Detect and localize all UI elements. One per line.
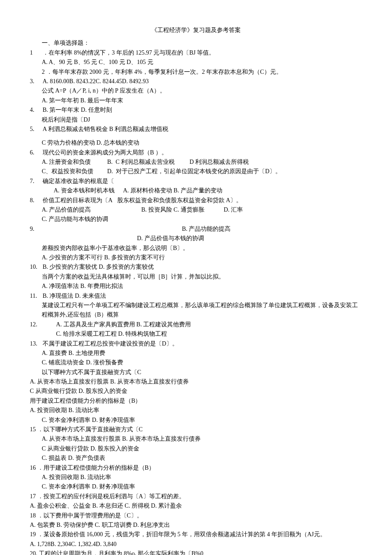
- q4-text: 税后利润是指〔DJ: [30, 115, 362, 125]
- q4-row1: 4.B. 第一年年末 D. 任意时刻: [30, 105, 362, 115]
- q5-opts1: C 劳动力价格的变动 D. 总本钱的变动: [30, 138, 362, 148]
- q16-num: 16: [30, 465, 36, 471]
- q3-text: 公式 A=P（A／P, i, n）中的 P 应发生在（A）。: [30, 86, 362, 96]
- q10-row1: 10.B. 少投资的方案较优 D. 多投资的方案较优: [30, 262, 362, 272]
- q6-l1c: C 利润总额减去营业税: [115, 157, 188, 167]
- q9-l1b-row: D. 产品价值与本钱的协调: [30, 234, 362, 243]
- q17-text: ．投资工程的应付利润是税后利泗与〔A〕等工程的差。: [37, 493, 185, 500]
- p14b: C 从商业银行贷款 D. 股东投入的资金: [30, 386, 362, 396]
- doc-title: 《工程经济学》复习题及参考答案: [30, 26, 362, 35]
- q7-num: 7.: [30, 177, 43, 186]
- q12-l2-row: C. 给排水采暖工程工程 D. 特殊构筑物工程: [30, 329, 362, 339]
- q2: 2 ．每半年末存款 2000 元，年利率 4%，每季复利计息一次。2 年末存款本…: [30, 67, 362, 77]
- p14e: C. 资本金净利泗率 D. 财务净现值率: [30, 416, 362, 425]
- q11-num: 11.: [30, 291, 43, 301]
- q13-l1: A. 直接费 B. 土地使用费: [30, 349, 362, 358]
- q18-text: ．以下费用中属于管理费用的是〔C〕。: [37, 512, 143, 519]
- q15-l2: C 从商业银行贷款 D. 股东投入的资金: [30, 444, 362, 453]
- q18: 18 ．以下费用中属于管理费用的是〔C〕。: [30, 511, 362, 520]
- p14c: 用于建设工程偿债能力分析的指标是（B）: [30, 396, 362, 406]
- q17-num: 17: [30, 493, 36, 500]
- q7-l1: A. 资金本钱和时机本钱 A. 原材料价格变动 B. 产品产量的变动: [30, 186, 362, 195]
- q9-l1b: D. 产品价值与本钱的协调: [137, 235, 204, 241]
- q6-l1b: B.: [107, 159, 113, 165]
- q7-l1a: A. 资金本钱和时机本钱: [54, 186, 122, 195]
- q5-num: 5.: [30, 125, 43, 134]
- q15-num: 15: [30, 426, 36, 433]
- section-1-heading: 一、单项选择题：: [30, 38, 362, 48]
- p14a: A. 从资本市场上直接发行股票 B. 从资本市场上直接发行债券: [30, 377, 362, 386]
- q6-num: 6.: [30, 148, 43, 157]
- q11-opts4: B. 净现值法 D. 未来值法: [43, 293, 106, 299]
- q10-num: 10.: [30, 262, 43, 272]
- q6-l2: C、权益投资和负债 D. 对于已投产工程，引起单位固定本钱变化的原因是由于〔D〕…: [30, 167, 362, 176]
- q7-row1: 7.确定基准收益率的根底是〔: [30, 177, 362, 186]
- q17-l1: A. 盈余公积金、公益金 B. 本息归还 C. 所得税 D. 累计盈余: [30, 501, 362, 511]
- q3-opts1: A. 第一年年初 B. 最后一年年末: [30, 96, 362, 105]
- q6-l2a: C、权益投资和负债: [42, 167, 106, 176]
- q16: 16 ．用于建设工程偿债能力分析的指标是（B）: [30, 463, 362, 473]
- q2-opts: A. 8160.00B. 8243.22C. 8244.45D. 8492.93: [43, 78, 149, 84]
- q2-num: 2: [42, 69, 45, 75]
- q11-text: 某建设工程只有一个单项工程不编制建设工程总概算，那么该单项工程的综合概算除了单位…: [30, 301, 362, 320]
- q6-l1d: D 利润总额减去所得税: [190, 159, 249, 165]
- q7-l1b: A. 原材料价格变动 B. 产品产量的变动: [123, 187, 222, 194]
- q8-text-pre: 价值工程的目标表现为〔A: [43, 197, 112, 203]
- q1: 1．在年利率 8%的情况下，3 年后的 125.97 元与现在的〔BJ 等值。: [30, 48, 362, 58]
- q19-num: 19: [30, 531, 36, 538]
- q3-opts2: B. 第一年年末 D. 任意时刻: [43, 107, 112, 113]
- q12-num: 12.: [30, 320, 43, 329]
- q6-text: 现代公司的资金来源构成分为两大局部（B ）。: [43, 149, 167, 156]
- q12-row1: 12. A. 工器具及生产家具购置费用 B. 工程建设其他费用: [30, 320, 362, 329]
- q4-opts1: A 利泗总额减去销售税金 B 利泗总额减去增值税: [43, 126, 168, 132]
- q11-row1: 11.B. 净现值法 D. 未来值法: [30, 291, 362, 301]
- q6-l1: A. 注册资金和负债 B. C 利润总额减去营业税 D 利润总额减去所得税: [30, 157, 362, 167]
- q19-l1: A. 1,728B. 2,304C. 1,382.4D. 3,840: [30, 540, 362, 549]
- q17: 17 ．投资工程的应付利润是税后利泗与〔A〕等工程的差。: [30, 492, 362, 501]
- q15-l3: C. 损益表 D. 资产负债表: [30, 453, 362, 463]
- q1-num: 1: [30, 48, 43, 58]
- q8-l1a: A. 产品价值的提高: [42, 205, 140, 215]
- q13-row1: 13.不属于建设工程工程总投资中建设投资的是〔D〕。: [30, 339, 362, 349]
- q10-opts3: A. 净现值率法 B. 年费用比拟法: [30, 282, 362, 291]
- q1-text: ．在年利率 8%的情况下，3 年后的 125.97 元与现在的〔BJ 等值。: [43, 49, 215, 56]
- q16-text: ．用于建设工程偿债能力分析的指标是（B）: [37, 465, 155, 471]
- q9-num: 9.: [30, 224, 43, 234]
- q8-l2: C. 产品功能与本钱的协调: [30, 215, 362, 224]
- q9-text: 差额投资内部收益率小于基准收益率，那么说明〔B〕。: [30, 244, 362, 253]
- q12-l1: A. 工器具及生产家具购置费用 B. 工程建设其他费用: [44, 321, 191, 328]
- q13-num: 13.: [30, 339, 43, 349]
- q10-text: 当两个方案的收益无法具体核算时，可以用［B］计算，并加以比拟。: [30, 272, 362, 282]
- q15: 15 ．以下哪种方式不属于直接融资方式〔C: [30, 425, 362, 434]
- q18-l1: A. 包装费 B. 劳动保护费 C. 职工培训费 D. 利息净支出: [30, 520, 362, 530]
- q8-l3b: B. 产品功能的提高: [182, 226, 231, 232]
- q6-l2b: D.: [107, 168, 113, 174]
- q2-text: ．每半年末存款 2000 元，年利率 4%，每季复利计息一次。2 年末存款本息和…: [46, 69, 282, 75]
- q6-l1a: A. 注册资金和负债: [42, 157, 106, 167]
- q10-opts2: B. 少投资的方案较优 D. 多投资的方案较优: [43, 264, 154, 270]
- q3-row1: 3.A. 8160.00B. 8243.22C. 8244.45D. 8492.…: [30, 77, 362, 86]
- q8-l1c: D. 汇率: [224, 206, 243, 213]
- q1-opts: A. A、90 元 B、95 元 C、100 元 D、105 元: [30, 58, 362, 67]
- q5-row1: 5.A 利泗总额减去销售税金 B 利泗总额减去增值税: [30, 125, 362, 134]
- q8-num: 8.: [30, 196, 43, 205]
- q20-text: 20. 工程的计息周期为月，月利率为 8%o, 那么年实际利率为〔B%0: [30, 549, 362, 555]
- p14d: A. 投资回收期 B. 流动比率: [30, 406, 362, 415]
- q7-text: 确定基准收益率的根底是〔: [43, 178, 114, 184]
- q4-num: 4.: [30, 105, 43, 115]
- q19: 19 ．某设备原始价值 16,000 元，残值为零，折旧年限为 5 年，用双倍余…: [30, 530, 362, 539]
- q15-text: ．以下哪种方式不属于直接融资方式〔C: [37, 426, 143, 433]
- q6-row1: 6.现代公司的资金来源构成分为两大局部（B ）。: [30, 148, 362, 157]
- q13-l2: C. 铺底流动资金 D. 涨价预备费: [30, 358, 362, 367]
- q13-l3: 以下哪种方式不属于直接融资方式〔C: [30, 368, 362, 377]
- q7-l2: 股东权益资金和负债股东权益资金和贷款 A〕。: [114, 197, 242, 203]
- q9-row1: 9. B. 产品功能的提高: [30, 224, 362, 234]
- q16-l2: C. 资本金净利泗率 D. 财务净现值率: [30, 482, 362, 491]
- q3-num: 3.: [30, 77, 43, 86]
- q9-opts1: A. 少投资的方案不可行 B. 多投资的方案不可行: [30, 253, 362, 262]
- q15-l1: A. 从资本市场上直接发行股票 B. 从资本市场上直接发行债券: [30, 434, 362, 444]
- q8-row1: 8.价值工程的目标表现为〔A 股东权益资金和负债股东权益资金和贷款 A〕。: [30, 196, 362, 205]
- q19-text: ．某设备原始价值 16,000 元，残值为零，折旧年限为 5 年，用双倍余额递减…: [37, 531, 326, 538]
- q13-text: 不属于建设工程工程总投资中建设投资的是〔D〕。: [43, 340, 178, 347]
- q12-l2: C. 给排水采暖工程工程 D. 特殊构筑物工程: [44, 331, 167, 337]
